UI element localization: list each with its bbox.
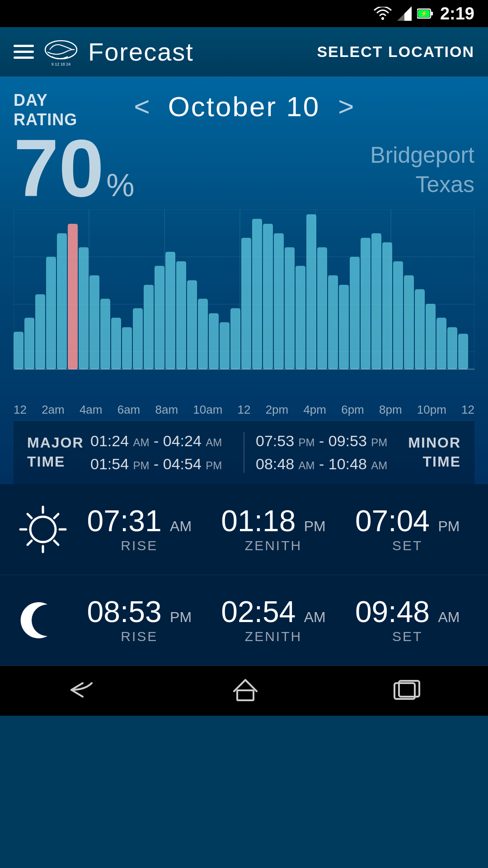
svg-rect-39	[220, 322, 230, 369]
svg-rect-31	[133, 308, 143, 369]
time-label-7: 2pm	[266, 403, 289, 417]
svg-rect-37	[198, 299, 208, 369]
status-icons: ⚡	[374, 6, 433, 21]
svg-rect-54	[382, 242, 392, 369]
svg-rect-49	[328, 275, 338, 369]
time-label-3: 6am	[117, 403, 141, 417]
header-left: 9 12 18 24 Forecast	[14, 36, 194, 68]
major-time-entries: 01:24 AM - 04:24 AM 01:54 PM - 04:54 PM	[86, 432, 237, 473]
sun-icon	[14, 500, 72, 559]
svg-rect-38	[209, 313, 219, 369]
moon-zenith-label: ZENITH	[221, 629, 326, 644]
battery-icon: ⚡	[417, 7, 433, 20]
time-label-8: 4pm	[303, 403, 326, 417]
svg-rect-42	[252, 219, 262, 369]
major-time-label: MAJORTIME	[14, 432, 86, 473]
status-time: 2:19	[440, 4, 474, 24]
svg-rect-26	[79, 247, 89, 369]
day-rating-display: 70 %	[14, 132, 134, 205]
svg-marker-2	[397, 6, 412, 21]
svg-rect-53	[371, 233, 381, 369]
svg-rect-28	[100, 299, 110, 369]
svg-rect-60	[447, 327, 457, 369]
svg-rect-33	[155, 266, 164, 369]
moon-zenith: 02:54 AM ZENITH	[221, 597, 326, 644]
svg-rect-57	[415, 289, 425, 369]
moon-set: 09:48 AM SET	[355, 597, 460, 644]
time-label-10: 8pm	[379, 403, 402, 417]
svg-rect-30	[122, 327, 132, 369]
svg-rect-58	[426, 304, 436, 369]
svg-text:9  12  18  24: 9 12 18 24	[52, 62, 71, 66]
time-label-1: 2am	[42, 403, 65, 417]
moon-times: 08:53 PM RISE 02:54 AM ZENITH 09:48 AM S…	[72, 597, 474, 644]
status-bar: ⚡ 2:19	[0, 0, 488, 27]
sun-zenith: 01:18 PM ZENITH	[221, 506, 326, 553]
main-content: DAYRATING < October 10 > 70 % Bridgeport…	[0, 77, 488, 484]
time-label-6: 12	[238, 403, 251, 417]
svg-rect-32	[144, 285, 154, 369]
svg-rect-72	[237, 690, 253, 700]
major-time-entry-1: 01:24 AM - 04:24 AM	[90, 432, 232, 450]
section-divider	[244, 432, 244, 473]
sun-set-time: 07:04 PM	[355, 506, 460, 536]
svg-rect-25	[68, 224, 78, 369]
svg-rect-59	[436, 318, 446, 369]
svg-rect-61	[458, 334, 468, 369]
minor-time-entry-1: 07:53 PM - 09:53 PM	[256, 432, 398, 450]
svg-rect-43	[263, 224, 273, 369]
svg-text:⚡: ⚡	[420, 10, 427, 17]
sun-rise-time: 07:31 AM	[87, 506, 192, 536]
svg-rect-52	[361, 238, 371, 369]
moon-set-label: SET	[355, 629, 460, 644]
next-day-button[interactable]: >	[320, 91, 372, 122]
bar-chart-svg	[14, 209, 474, 399]
sun-rise-label: RISE	[87, 538, 192, 553]
svg-rect-50	[339, 285, 349, 369]
svg-line-71	[28, 541, 32, 545]
activity-chart	[14, 209, 474, 399]
menu-button[interactable]	[14, 45, 34, 59]
svg-rect-20	[14, 332, 23, 369]
svg-rect-56	[404, 275, 414, 369]
rating-number: 70	[14, 132, 104, 205]
svg-rect-27	[89, 275, 99, 369]
time-label-2: 4am	[80, 403, 103, 417]
svg-rect-24	[57, 233, 67, 369]
wifi-icon	[374, 7, 392, 20]
recents-button[interactable]	[392, 679, 422, 703]
back-button[interactable]	[67, 679, 99, 703]
moon-zenith-time: 02:54 AM	[221, 597, 326, 627]
sun-rise: 07:31 AM RISE	[87, 506, 192, 553]
rating-location-row: 70 % Bridgeport Texas	[14, 132, 474, 205]
svg-rect-48	[317, 247, 327, 369]
sun-zenith-time: 01:18 PM	[221, 506, 326, 536]
date-navigation: DAYRATING < October 10 >	[14, 90, 474, 123]
svg-line-69	[54, 541, 58, 545]
svg-rect-40	[230, 308, 240, 369]
svg-point-63	[30, 517, 56, 542]
svg-rect-51	[350, 257, 360, 369]
minor-time-entries: 07:53 PM - 09:53 PM 08:48 AM - 10:48 AM	[251, 432, 402, 473]
moon-row: 08:53 PM RISE 02:54 AM ZENITH 09:48 AM S…	[0, 575, 488, 666]
location-text: Bridgeport Texas	[370, 141, 474, 199]
time-label-9: 6pm	[341, 403, 364, 417]
sun-set: 07:04 PM SET	[355, 506, 460, 553]
time-label-4: 8am	[155, 403, 178, 417]
home-button[interactable]	[232, 678, 259, 704]
time-label-0: 12	[14, 403, 27, 417]
svg-rect-21	[24, 318, 34, 369]
prev-day-button[interactable]: <	[116, 91, 168, 122]
sun-zenith-label: ZENITH	[221, 538, 326, 553]
select-location-button[interactable]: SELECT LOCATION	[317, 43, 474, 61]
svg-line-68	[28, 514, 32, 518]
day-rating-label: DAYRATING	[14, 90, 77, 129]
celestial-section: 07:31 AM RISE 01:18 PM ZENITH 07:04 PM S…	[0, 484, 488, 666]
moon-set-time: 09:48 AM	[355, 597, 460, 627]
sun-row: 07:31 AM RISE 01:18 PM ZENITH 07:04 PM S…	[0, 484, 488, 575]
svg-rect-45	[285, 247, 295, 369]
svg-rect-29	[111, 318, 121, 369]
app-header: 9 12 18 24 Forecast SELECT LOCATION	[0, 27, 488, 77]
svg-point-0	[381, 17, 384, 20]
signal-icon	[397, 6, 412, 21]
